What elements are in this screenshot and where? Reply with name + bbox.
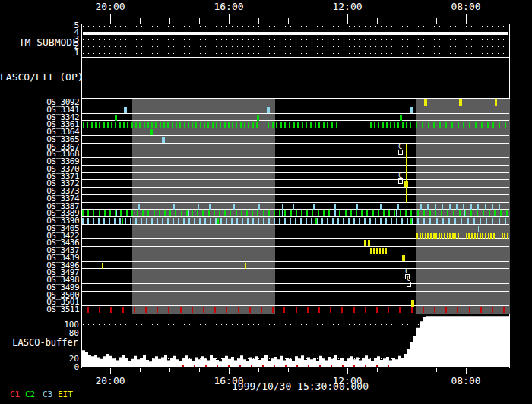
event-mark <box>87 307 89 313</box>
event-mark <box>328 210 330 216</box>
event-mark <box>339 210 340 216</box>
c-marker-box-icon <box>398 150 403 155</box>
event-mark <box>428 122 429 128</box>
event-mark <box>461 218 462 224</box>
event-mark <box>379 248 381 254</box>
buffer-red-dot <box>262 365 264 367</box>
event-mark <box>116 210 117 216</box>
event-mark <box>397 122 399 128</box>
event-mark <box>436 218 438 224</box>
event-mark <box>307 307 309 313</box>
cursor-c-marker: C <box>407 276 411 288</box>
tm-axis-value: 5 <box>0 22 79 29</box>
event-mark <box>477 233 478 239</box>
event-mark <box>445 307 447 313</box>
event-mark <box>178 218 179 224</box>
minor-tick <box>258 18 259 24</box>
timeline-row <box>82 188 509 195</box>
event-mark <box>323 122 325 128</box>
event-mark <box>364 240 366 246</box>
event-mark <box>444 233 445 239</box>
c-marker-box-icon <box>398 178 403 184</box>
event-mark <box>204 122 205 128</box>
event-mark <box>486 218 487 224</box>
event-mark <box>368 240 370 246</box>
os-rows-panel[interactable] <box>81 99 510 314</box>
event-mark <box>247 218 249 224</box>
event-mark <box>459 99 462 106</box>
event-mark <box>470 210 472 216</box>
minor-tick <box>496 18 496 24</box>
event-mark <box>236 210 237 216</box>
timeline-row <box>82 292 509 299</box>
event-mark <box>120 210 122 216</box>
event-mark <box>433 122 435 128</box>
minor-tick <box>140 18 141 24</box>
event-mark <box>302 122 303 128</box>
event-mark <box>507 233 508 239</box>
event-mark <box>386 122 388 128</box>
event-mark <box>406 122 407 128</box>
event-mark <box>423 307 424 313</box>
event-mark <box>506 210 508 216</box>
event-mark <box>429 210 431 216</box>
event-mark <box>474 233 476 239</box>
event-mark <box>173 218 174 224</box>
buffer-red-dot <box>285 365 287 367</box>
major-tick <box>347 14 348 24</box>
event-mark <box>109 210 111 216</box>
event-mark <box>378 122 379 128</box>
event-mark <box>369 218 371 224</box>
event-mark <box>263 210 264 216</box>
event-mark <box>141 218 142 224</box>
event-mark <box>261 307 262 313</box>
cursor-event-block <box>404 181 407 187</box>
major-tick <box>466 14 467 24</box>
event-mark <box>469 122 470 128</box>
event-mark <box>296 210 297 216</box>
timeline-row <box>82 269 509 276</box>
event-mark <box>202 210 204 216</box>
event-mark <box>313 204 315 210</box>
minor-tick <box>496 368 496 372</box>
event-mark <box>274 218 275 224</box>
event-mark <box>147 122 149 128</box>
event-mark <box>125 218 126 224</box>
event-mark <box>115 122 116 128</box>
event-mark <box>139 122 141 128</box>
event-mark <box>232 122 233 128</box>
event-mark <box>487 122 489 128</box>
event-mark <box>391 218 392 224</box>
event-mark <box>289 122 290 128</box>
event-mark <box>477 204 479 210</box>
event-mark <box>241 210 242 216</box>
event-mark <box>345 210 347 216</box>
event-mark <box>115 115 117 121</box>
event-mark <box>236 122 237 128</box>
time-cursor-line[interactable] <box>406 144 407 203</box>
tm-gridline <box>83 39 508 40</box>
event-mark <box>492 204 493 210</box>
event-mark <box>122 307 124 313</box>
event-mark <box>447 233 448 239</box>
event-mark <box>151 218 153 224</box>
event-mark <box>424 99 427 106</box>
event-mark <box>423 210 425 216</box>
timeline-row <box>82 210 509 217</box>
event-mark <box>330 307 331 313</box>
event-mark <box>99 210 100 216</box>
event-mark <box>258 204 260 210</box>
event-mark <box>284 218 286 224</box>
event-mark <box>399 307 401 313</box>
event-mark <box>420 233 421 239</box>
timeline-row <box>82 298 509 306</box>
telemetry-timeline-screen: 20:0016:0012:0008:00 TM SUBMODE 54321 LA… <box>0 0 532 404</box>
timeline-row <box>82 180 509 188</box>
event-mark <box>169 210 171 216</box>
major-tick <box>466 368 467 374</box>
event-mark <box>122 218 123 224</box>
event-mark <box>164 210 166 216</box>
event-mark <box>114 218 116 224</box>
event-mark <box>293 122 295 128</box>
event-mark <box>439 122 441 128</box>
